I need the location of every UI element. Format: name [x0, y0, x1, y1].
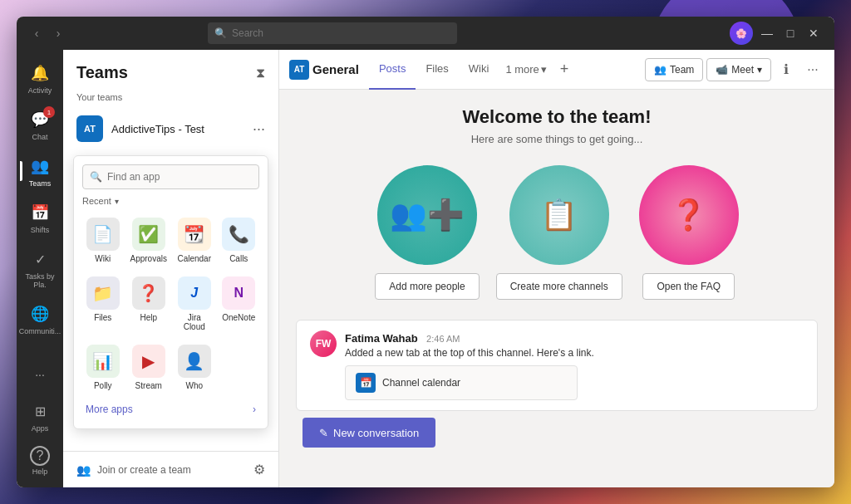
teams-label: Teams: [29, 179, 52, 188]
sidebar-item-tasks[interactable]: ✓ Tasks by Pla.: [20, 242, 60, 294]
chat-message: FW Fatima Wahab 2:46 AM Added a new tab …: [310, 330, 804, 400]
app-window: ‹ › 🔍 🌸 — □ ✕ 🔔 Activity 1 💬: [17, 17, 834, 487]
open-faq-button[interactable]: Open the FAQ: [642, 273, 735, 300]
shifts-icon: 📅: [28, 201, 52, 224]
welcome-area: Welcome to the team! Here are some thing…: [279, 90, 834, 487]
welcome-card-add-people: 👥➕ Add more people: [375, 165, 479, 300]
team-icon: 👥: [654, 64, 667, 76]
team-button[interactable]: 👥 Team: [645, 58, 703, 81]
app-item-jira[interactable]: J Jira Cloud: [174, 272, 215, 336]
app-search-input[interactable]: [107, 171, 252, 183]
welcome-cards: 👥➕ Add more people 📋 Create more channel…: [296, 165, 818, 300]
add-people-button[interactable]: Add more people: [375, 273, 479, 300]
teams-panel: Teams ⧗ Your teams AT AddictiveTips - Te…: [63, 50, 279, 487]
chat-avatar: FW: [310, 330, 337, 357]
chat-link-card[interactable]: 📅 Channel calendar: [345, 365, 578, 400]
app-item-approvals[interactable]: ✅ Approvals: [127, 213, 170, 268]
sidebar-item-shifts[interactable]: 📅 Shifts: [20, 196, 60, 239]
filter-icon[interactable]: ⧗: [256, 66, 265, 81]
new-conversation-label: New conversation: [333, 427, 419, 439]
tab-wiki[interactable]: Wiki: [459, 50, 499, 90]
approvals-label: Approvals: [130, 254, 167, 263]
search-bar[interactable]: 🔍: [208, 22, 457, 44]
new-conversation-button[interactable]: ✎ New conversation: [303, 418, 435, 448]
tasks-label: Tasks by Pla.: [23, 272, 57, 289]
calendar-icon: 📆: [178, 218, 211, 251]
create-channels-button[interactable]: Create more channels: [496, 273, 622, 300]
app-item-onenote[interactable]: N OneNote: [218, 272, 259, 336]
meet-button[interactable]: 📹 Meet ▾: [706, 58, 771, 81]
active-indicator: [20, 161, 22, 181]
more-options-button[interactable]: ···: [801, 58, 824, 81]
search-icon: 🔍: [214, 27, 227, 39]
onenote-icon: N: [222, 276, 255, 310]
search-input[interactable]: [232, 27, 450, 39]
calls-icon: 📞: [222, 218, 255, 251]
approvals-icon: ✅: [132, 218, 165, 251]
main-area: 🔔 Activity 1 💬 Chat 👥 Teams 📅 Shifts ✓ T…: [17, 50, 834, 487]
user-avatar[interactable]: 🌸: [730, 22, 753, 45]
your-teams-label: Your teams: [63, 89, 278, 109]
meet-icon: 📹: [716, 64, 728, 76]
app-item-stream[interactable]: ▶ Stream: [127, 340, 170, 395]
chat-area: FW Fatima Wahab 2:46 AM Added a new tab …: [296, 320, 818, 411]
sidebar-item-teams[interactable]: 👥 Teams: [20, 149, 60, 193]
title-bar: ‹ › 🔍 🌸 — □ ✕: [17, 17, 834, 50]
wiki-icon: 📄: [86, 218, 120, 251]
new-conversation-icon: ✎: [319, 427, 328, 439]
activity-label: Activity: [28, 86, 52, 95]
more-apps-button[interactable]: More apps ›: [82, 399, 259, 420]
team-more-icon[interactable]: ···: [253, 120, 265, 138]
onenote-label: OneNote: [222, 313, 255, 322]
sidebar-item-apps[interactable]: ⊞ Apps: [20, 394, 60, 438]
settings-icon[interactable]: ⚙: [253, 462, 265, 477]
welcome-heading: Welcome to the team!: [296, 106, 818, 128]
files-label: Files: [94, 313, 111, 322]
join-create: 👥 Join or create a team ⚙: [63, 451, 278, 487]
team-item[interactable]: AT AddictiveTips - Test ···: [63, 109, 278, 149]
communities-icon: 🌐: [28, 302, 52, 325]
more-icon: ···: [28, 363, 52, 386]
apps-label: Apps: [32, 424, 49, 433]
sidebar-item-activity[interactable]: 🔔 Activity: [20, 56, 60, 100]
join-create-button[interactable]: 👥 Join or create a team: [76, 463, 191, 477]
jira-label: Jira Cloud: [177, 313, 212, 331]
app-item-calls[interactable]: 📞 Calls: [218, 213, 259, 268]
files-icon: 📁: [86, 276, 120, 310]
sidebar-item-communities[interactable]: 🌐 Communiti...: [20, 297, 60, 340]
minimize-button[interactable]: —: [756, 22, 778, 44]
sidebar-item-more[interactable]: ···: [20, 358, 60, 391]
maximize-button[interactable]: □: [780, 22, 801, 44]
jira-icon: J: [178, 276, 211, 310]
sidebar-item-help[interactable]: ? Help: [20, 441, 60, 481]
tab-files[interactable]: Files: [416, 50, 458, 90]
chat-author: Fatima Wahab: [345, 332, 418, 345]
help-label: Help: [32, 467, 48, 476]
app-item-polly[interactable]: 📊 Polly: [82, 340, 124, 395]
back-button[interactable]: ‹: [27, 23, 47, 43]
app-search-icon: 🔍: [90, 171, 102, 183]
main-content: AT General Posts Files Wiki 1 more ▾ + 👥…: [279, 50, 834, 487]
sidebar-bottom: ··· ⊞ Apps ? Help: [20, 358, 60, 481]
app-item-files[interactable]: 📁 Files: [82, 272, 124, 336]
sidebar-item-chat[interactable]: 1 💬 Chat: [20, 103, 60, 146]
chat-badge: 1: [43, 106, 55, 118]
app-item-wiki[interactable]: 📄 Wiki: [82, 213, 124, 268]
close-button[interactable]: ✕: [803, 22, 824, 44]
forward-button[interactable]: ›: [48, 23, 68, 43]
app-item-help[interactable]: ❓ Help: [127, 272, 170, 336]
app-item-who[interactable]: 👤 Who: [174, 340, 215, 395]
calls-label: Calls: [229, 254, 248, 263]
tab-posts[interactable]: Posts: [369, 50, 416, 90]
add-tab-button[interactable]: +: [560, 61, 569, 78]
add-people-illustration: 👥➕: [377, 165, 477, 265]
wiki-label: Wiki: [95, 254, 111, 263]
info-button[interactable]: ℹ: [775, 58, 798, 81]
chat-text: Added a new tab at the top of this chann…: [345, 347, 804, 359]
tab-more[interactable]: 1 more ▾: [499, 60, 553, 79]
app-item-calendar[interactable]: 📆 Calendar: [174, 213, 215, 268]
communities-label: Communiti...: [19, 327, 61, 335]
teams-title: Teams: [76, 63, 128, 82]
app-search[interactable]: 🔍: [82, 164, 259, 189]
sidebar: 🔔 Activity 1 💬 Chat 👥 Teams 📅 Shifts ✓ T…: [17, 50, 63, 487]
